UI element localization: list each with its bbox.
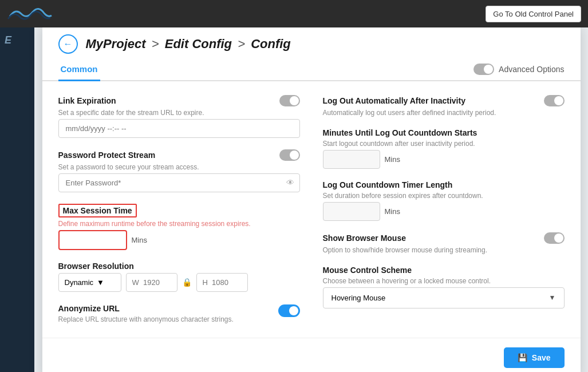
save-icon: 💾 bbox=[518, 353, 527, 362]
resolution-width-input[interactable] bbox=[126, 273, 177, 292]
show-browser-mouse-desc: Option to show/hide browser mouse during… bbox=[323, 246, 565, 254]
link-expiration-toggle[interactable] bbox=[279, 95, 300, 106]
log-out-inactivity-header: Log Out Automatically After Inactivity bbox=[323, 95, 565, 106]
tab-common[interactable]: Common bbox=[58, 58, 100, 81]
mouse-control-field: Mouse Control Scheme Choose between a ho… bbox=[323, 266, 565, 308]
anonymize-url-toggle[interactable] bbox=[278, 304, 300, 317]
minutes-countdown-label: Minutes Until Log Out Countdown Starts bbox=[323, 128, 565, 137]
show-browser-mouse-field: Show Browser Mouse Option to show/hide b… bbox=[323, 232, 565, 254]
anonymize-url-desc: Replace URL structure with anonymous cha… bbox=[58, 315, 234, 323]
mouse-control-value: Hovering Mouse bbox=[332, 294, 386, 302]
password-input[interactable] bbox=[58, 173, 300, 192]
sidebar-logo-text: E bbox=[0, 27, 34, 53]
eye-icon[interactable]: 👁 bbox=[286, 178, 294, 187]
resolution-chevron-icon: ▼ bbox=[97, 278, 104, 287]
link-expiration-header: Link Expiration bbox=[58, 95, 300, 106]
resolution-select[interactable]: Dynamic ▼ bbox=[58, 273, 121, 292]
minutes-countdown-mins-label: Mins bbox=[385, 155, 400, 164]
save-button[interactable]: 💾 Save bbox=[504, 347, 565, 368]
max-session-desc: Define maximum runtime before the stream… bbox=[58, 220, 300, 228]
breadcrumb-sep1: > bbox=[152, 37, 163, 51]
advanced-options-toggle-switch[interactable] bbox=[473, 64, 494, 75]
log-out-inactivity-toggle[interactable] bbox=[544, 95, 565, 106]
left-column: Link Expiration Set a specific date for … bbox=[58, 95, 300, 324]
countdown-timer-input[interactable]: 1 bbox=[323, 202, 380, 221]
minutes-countdown-input-row: 5 Mins bbox=[323, 150, 565, 169]
top-bar: Go To Old Control Panel bbox=[0, 0, 588, 27]
anonymize-url-row: Anonymize URL Replace URL structure with… bbox=[58, 303, 300, 324]
countdown-timer-field: Log Out Countdown Timer Length Set durat… bbox=[323, 180, 565, 221]
log-out-inactivity-desc: Automatically log out users after define… bbox=[323, 109, 565, 117]
lock-icon: 🔒 bbox=[182, 278, 192, 287]
breadcrumb-edit: Edit Config bbox=[165, 37, 232, 51]
max-session-field: Max Session Time Define maximum runtime … bbox=[58, 204, 300, 250]
modal-footer: 💾 Save bbox=[42, 338, 581, 373]
tabs-area: Common Advanced Options bbox=[42, 58, 581, 81]
main-area: ← MyProject > Edit Config > Config Commo… bbox=[34, 27, 588, 372]
show-browser-mouse-toggle[interactable] bbox=[544, 232, 565, 244]
logo bbox=[7, 5, 53, 22]
anonymize-url-text: Anonymize URL Replace URL structure with… bbox=[58, 303, 234, 324]
link-expiration-field: Link Expiration Set a specific date for … bbox=[58, 95, 300, 138]
password-protect-toggle[interactable] bbox=[279, 149, 300, 161]
password-input-wrapper: 👁 bbox=[58, 173, 300, 192]
max-session-input-row: 15 Mins bbox=[58, 230, 300, 250]
mouse-control-chevron-icon: ▼ bbox=[549, 294, 556, 302]
password-protect-desc: Set a password to secure your stream acc… bbox=[58, 163, 300, 171]
max-session-header: Max Session Time bbox=[58, 204, 300, 217]
resolution-height-input[interactable] bbox=[196, 273, 248, 292]
link-expiration-desc: Set a specific date for the stream URL t… bbox=[58, 109, 300, 117]
minutes-countdown-field: Minutes Until Log Out Countdown Starts S… bbox=[323, 128, 565, 169]
logo-wave-icon bbox=[7, 5, 53, 22]
countdown-timer-label: Log Out Countdown Timer Length bbox=[323, 180, 565, 189]
modal-body: Link Expiration Set a specific date for … bbox=[42, 81, 581, 338]
log-out-inactivity-label: Log Out Automatically After Inactivity bbox=[323, 96, 465, 105]
minutes-countdown-desc: Start logout countdown after user inacti… bbox=[323, 140, 565, 148]
link-expiration-input[interactable] bbox=[58, 119, 300, 138]
right-column: Log Out Automatically After Inactivity A… bbox=[323, 95, 565, 324]
mouse-control-label: Mouse Control Scheme bbox=[323, 266, 565, 275]
resolution-select-value: Dynamic bbox=[65, 278, 94, 287]
resolution-row: Dynamic ▼ 🔒 bbox=[58, 273, 300, 292]
countdown-timer-desc: Set duration before session expires afte… bbox=[323, 192, 565, 200]
sidebar: E bbox=[0, 27, 34, 372]
browser-resolution-field: Browser Resolution Dynamic ▼ 🔒 bbox=[58, 262, 300, 292]
password-protect-header: Password Protect Stream bbox=[58, 149, 300, 161]
browser-resolution-label: Browser Resolution bbox=[58, 262, 300, 271]
config-modal: ← MyProject > Edit Config > Config Commo… bbox=[42, 23, 581, 373]
link-expiration-label: Link Expiration bbox=[58, 96, 116, 105]
anonymize-url-field: Anonymize URL Replace URL structure with… bbox=[58, 303, 300, 324]
save-label: Save bbox=[532, 353, 551, 362]
minutes-countdown-input[interactable]: 5 bbox=[323, 150, 380, 169]
max-session-input[interactable]: 15 bbox=[58, 230, 127, 250]
breadcrumb-sep2: > bbox=[238, 37, 248, 51]
breadcrumb: MyProject > Edit Config > Config bbox=[86, 37, 291, 52]
countdown-timer-input-row: 1 Mins bbox=[323, 202, 565, 221]
password-protect-label: Password Protect Stream bbox=[58, 151, 156, 160]
max-session-mins-label: Mins bbox=[132, 236, 147, 244]
breadcrumb-config: Config bbox=[251, 37, 291, 51]
back-button[interactable]: ← bbox=[58, 34, 78, 54]
anonymize-url-label: Anonymize URL bbox=[58, 304, 120, 313]
show-browser-mouse-header: Show Browser Mouse bbox=[323, 232, 565, 244]
breadcrumb-project: MyProject bbox=[86, 37, 146, 51]
show-browser-mouse-label: Show Browser Mouse bbox=[323, 234, 406, 243]
advanced-options-label: Advanced Options bbox=[499, 65, 564, 74]
log-out-inactivity-field: Log Out Automatically After Inactivity A… bbox=[323, 95, 565, 117]
password-protect-field: Password Protect Stream Set a password t… bbox=[58, 149, 300, 192]
go-old-control-panel-button[interactable]: Go To Old Control Panel bbox=[486, 6, 581, 22]
countdown-timer-mins-label: Mins bbox=[385, 207, 400, 216]
advanced-options-toggle[interactable]: Advanced Options bbox=[473, 64, 564, 75]
max-session-label: Max Session Time bbox=[58, 204, 137, 217]
mouse-control-desc: Choose between a hovering or a locked mo… bbox=[323, 277, 565, 285]
mouse-control-dropdown[interactable]: Hovering Mouse ▼ bbox=[323, 287, 565, 308]
